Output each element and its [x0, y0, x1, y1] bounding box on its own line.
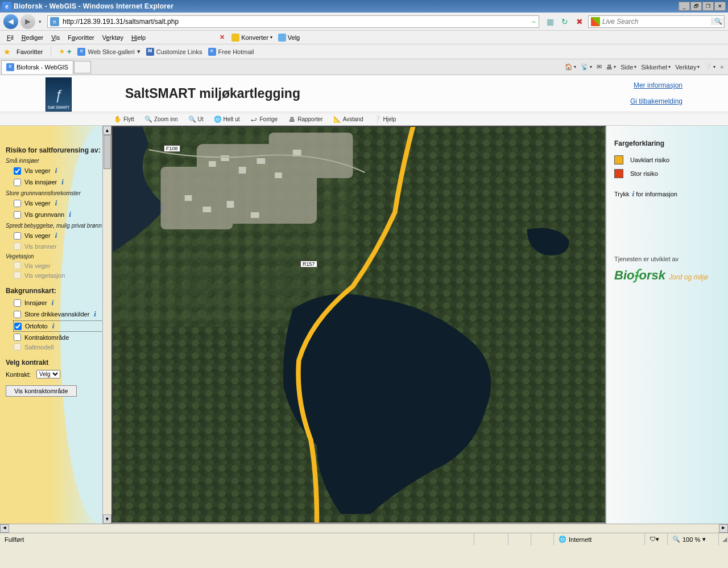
hscroll-track[interactable] [9, 524, 719, 533]
info-icon[interactable]: i [94, 310, 96, 319]
check-innsjoer[interactable]: Innsjøeri [14, 298, 106, 307]
check-grp3-veger[interactable]: Vis vegeri [14, 231, 106, 240]
chevron-more[interactable]: » [720, 64, 723, 70]
hscroll-left[interactable]: ◄ [0, 524, 9, 533]
sidebar-scrollbar[interactable]: ▲ ▼ [102, 126, 111, 524]
restore-button[interactable]: 🗗 [690, 2, 702, 11]
rss-icon: 📡 [581, 63, 589, 71]
menu-hjelp[interactable]: Hjelp [128, 33, 149, 42]
kontrakt-label: Kontrakt: [6, 371, 31, 378]
menu-rediger[interactable]: Rediger [18, 33, 47, 42]
hscroll-right[interactable]: ► [719, 524, 728, 533]
info-icon[interactable]: i [55, 231, 57, 240]
check-grp1-veger[interactable]: Vis vegeri [14, 166, 106, 175]
tool-avstand[interactable]: 📐Avstand [333, 116, 363, 124]
close-button[interactable]: ✕ [714, 2, 726, 11]
forward-button[interactable]: ► [20, 14, 35, 29]
grp-grunnvann: Store grunnvannsforekomster [6, 190, 106, 196]
nav-history-dropdown[interactable]: ▾ [38, 19, 43, 24]
tool-ut[interactable]: 🔍Ut [188, 116, 204, 124]
check-ortofoto[interactable]: Ortofotoi [14, 321, 106, 331]
tool-flytt[interactable]: ✋Flytt [114, 116, 134, 124]
bioforsk-logo: Bioʄorsk Jord og miljø [614, 267, 720, 283]
svg-rect-13 [221, 155, 229, 161]
check-saltmodell[interactable]: Saltmodell [14, 343, 106, 351]
menu-vis[interactable]: Vis [48, 33, 63, 42]
konverter-button[interactable]: Konverter ▾ [231, 34, 272, 42]
kontrakt-select[interactable]: Velg [36, 370, 60, 378]
info-icon[interactable]: i [61, 178, 64, 187]
legend-heading: Fargeforklaring [614, 139, 720, 147]
maximize-button[interactable]: ❐ [702, 2, 714, 11]
home-button[interactable]: 🏠▾ [565, 63, 576, 71]
info-icon[interactable]: i [52, 298, 54, 307]
sikkerhet-menu[interactable]: Sikkerhet▾ [641, 64, 671, 71]
info-icon[interactable]: i [55, 199, 57, 208]
scroll-down[interactable]: ▼ [103, 515, 111, 524]
mail-icon: ✉ [597, 63, 602, 71]
check-grp4-veger[interactable]: Vis veger [14, 262, 106, 269]
tool-heltut[interactable]: 🌐Helt ut [214, 116, 240, 124]
check-grp1-innsjoer[interactable]: Vis innsjøeri [14, 178, 106, 187]
print-button[interactable]: 🖶▾ [606, 64, 616, 71]
velg-button[interactable]: Velg [278, 34, 300, 42]
refresh-button[interactable]: ↻ [559, 15, 571, 28]
side-menu[interactable]: Side▾ [621, 64, 636, 71]
help-menu[interactable]: ❔▾ [704, 63, 715, 71]
menu-fil[interactable]: FFilil [3, 33, 17, 42]
search-input[interactable] [602, 18, 712, 26]
verktoy-menu[interactable]: Verktøy▾ [675, 64, 700, 71]
tool-forrige[interactable]: ⮐Forrige [250, 116, 278, 124]
check-grp4-vegetasjon[interactable]: Vis vegetasjon [14, 271, 106, 279]
tool-zoominn[interactable]: 🔍Zoom inn [144, 116, 178, 124]
addon-x-button[interactable]: ✕ [220, 34, 225, 41]
tool-rapporter[interactable]: 🖶Rapporter [288, 116, 322, 124]
check-grp2-grunnvann[interactable]: Vis grunnvanni [14, 210, 106, 219]
check-grp3-bronner[interactable]: Vis brønner [14, 242, 106, 250]
window-titlebar: e Bioforsk - WebGIS - Windows Internet E… [0, 0, 728, 13]
mer-info-link[interactable]: Mer informasjon [634, 81, 682, 89]
customize-links[interactable]: MCustomize Links [146, 48, 202, 56]
menu-verktoy[interactable]: Verktøy [99, 33, 127, 42]
free-hotmail-link[interactable]: eFree Hotmail [208, 48, 254, 56]
info-icon[interactable]: i [632, 190, 635, 198]
search-box[interactable]: 🔍 [588, 15, 725, 28]
tool-hjelp[interactable]: ❔Hjelp [374, 116, 396, 124]
mail-button[interactable]: ✉ [597, 63, 602, 71]
resize-grip[interactable]: ◢ [719, 536, 728, 543]
svg-rect-18 [185, 195, 192, 201]
compat-button[interactable]: ▦ [544, 15, 556, 28]
protected-mode[interactable]: 🛡▾ [645, 533, 668, 545]
webslice-link[interactable]: eWeb Slice-galleri ▾ [77, 48, 140, 56]
menu-favoritter[interactable]: Favoritter [64, 33, 97, 42]
zoom-level[interactable]: 🔍 100 % ▾ [668, 533, 719, 545]
status-zone[interactable]: 🌐Internett [554, 533, 645, 545]
feeds-button[interactable]: 📡▾ [581, 63, 592, 71]
horizontal-scrollbar[interactable]: ◄ ► [0, 524, 728, 533]
tab-bioforsk[interactable]: e Bioforsk - WebGIS [1, 60, 73, 74]
search-button[interactable]: 🔍 [712, 18, 724, 25]
favorites-star-icon[interactable]: ★ [3, 47, 11, 56]
window-title: Bioforsk - WebGIS - Windows Internet Exp… [14, 2, 679, 10]
new-tab-button[interactable] [74, 61, 91, 73]
check-kontrakt[interactable]: Kontraktområde [14, 334, 106, 341]
check-grp2-veger[interactable]: Vis vegeri [14, 199, 106, 208]
stop-button[interactable]: ✖ [573, 15, 586, 28]
favoritter-label[interactable]: Favoritter [16, 48, 43, 55]
help-icon: ❔ [704, 63, 712, 71]
go-button[interactable]: → [528, 18, 539, 25]
add-fav-button[interactable]: ★✚ [59, 48, 72, 55]
scroll-thumb[interactable] [104, 135, 111, 169]
back-button[interactable]: ◄ [3, 14, 18, 29]
map-viewport[interactable]: F108 R157 [111, 126, 606, 524]
tilbakemelding-link[interactable]: Gi tilbakemelding [630, 97, 682, 105]
scroll-up[interactable]: ▲ [103, 126, 111, 135]
minimize-button[interactable]: _ [679, 2, 690, 11]
address-bar[interactable]: e → [47, 15, 539, 28]
url-input[interactable] [61, 17, 528, 27]
info-icon[interactable]: i [55, 166, 57, 175]
info-icon[interactable]: i [69, 210, 71, 219]
vis-kontrakt-button[interactable]: Vis kontraktområde [6, 385, 77, 397]
info-icon[interactable]: i [52, 322, 55, 331]
check-drikkevann[interactable]: Store drikkevannskilderi [14, 310, 106, 319]
